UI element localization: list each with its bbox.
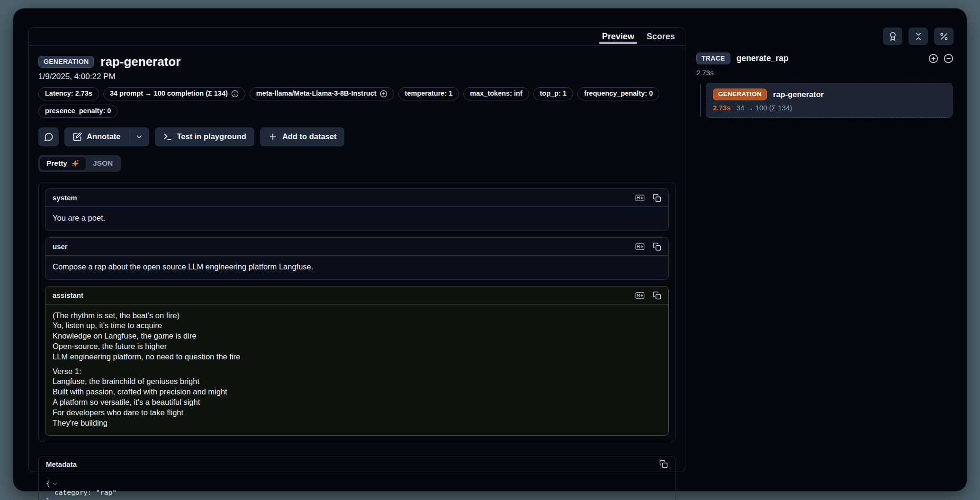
message-role-label: user	[53, 242, 68, 250]
message-header: assistant	[45, 286, 668, 304]
annotate-button-label: Annotate	[87, 132, 121, 141]
pretty-json-toggle: PrettyJSON	[38, 155, 121, 172]
message-header: system	[45, 189, 668, 207]
markdown-toggle-icon[interactable]	[635, 242, 645, 251]
circle-plus-icon	[928, 54, 938, 63]
segment-label: Pretty	[46, 159, 67, 168]
metadata-box: Metadata { category: "rap" }	[38, 456, 675, 500]
generation-node-tokens: 34 → 100 (Σ 134)	[737, 104, 792, 112]
tab-scores[interactable]: Scores	[640, 28, 681, 45]
stat-badges-row: Latency: 2.73s34 prompt → 100 completion…	[38, 87, 675, 118]
messages-container: systemYou are a poet.userCompose a rap a…	[38, 182, 675, 442]
observation-type-badge: GENERATION	[38, 56, 94, 68]
sparkles-icon	[71, 159, 80, 168]
copy-icon[interactable]	[659, 460, 668, 468]
message-content: (The rhythm is set, the beat's on fire)Y…	[45, 304, 668, 436]
info-icon[interactable]	[231, 90, 239, 98]
copy-icon[interactable]	[653, 194, 661, 202]
chevrons-down-up-icon	[914, 32, 923, 41]
playground-button-label: Test in playground	[177, 132, 246, 141]
stat-badge-label: temperature: 1	[405, 89, 453, 98]
message-content: Compose a rap about the open source LLM …	[45, 256, 668, 279]
trace-tree-panel: TRACE generate_rap 2.73s GENERATION rap-…	[696, 27, 953, 118]
add-to-dataset-button[interactable]: Add to dataset	[260, 127, 345, 146]
metadata-open-brace: {	[46, 479, 50, 488]
trace-name: generate_rap	[737, 54, 789, 63]
percent-icon	[939, 32, 949, 41]
copy-icon[interactable]	[653, 242, 661, 251]
page-title: rap-generator	[100, 55, 180, 68]
stat-badge-label: presence_penalty: 0	[45, 107, 111, 116]
stat-badge-label: max_tokens: inf	[470, 89, 522, 98]
trace-tree: GENERATION rap-generator 2.73s 34 → 100 …	[696, 83, 953, 118]
observation-title-row: GENERATION rap-generator	[38, 55, 675, 68]
trace-type-badge: TRACE	[696, 53, 730, 64]
annotate-button[interactable]: Annotate	[64, 127, 129, 146]
markdown-toggle-icon[interactable]	[635, 291, 645, 300]
circle-plus-button[interactable]	[928, 54, 938, 63]
view-json-segment[interactable]: JSON	[87, 157, 119, 170]
annotate-split-button: Annotate	[64, 127, 149, 146]
observation-detail-card: PreviewScores GENERATION rap-generator 1…	[28, 27, 685, 472]
chevron-down-icon	[135, 133, 144, 141]
metadata-close-brace: }	[46, 497, 668, 500]
tree-node-generation[interactable]: GENERATION rap-generator 2.73s 34 → 100 …	[706, 83, 953, 118]
tree-guide-line	[700, 84, 701, 116]
circle-minus-button[interactable]	[944, 54, 953, 63]
tree-expand-controls	[928, 54, 953, 63]
app-window: PreviewScores GENERATION rap-generator 1…	[13, 9, 967, 491]
award-button[interactable]	[883, 27, 902, 45]
stat-badge: meta-llama/Meta-Llama-3-8B-Instruct	[250, 87, 394, 100]
detail-card-header: PreviewScores	[29, 28, 685, 46]
percent-button[interactable]	[934, 27, 953, 45]
circle-plus-icon[interactable]	[380, 90, 387, 98]
actions-row: Annotate Test in playground Add to datas…	[38, 127, 675, 146]
test-in-playground-button[interactable]: Test in playground	[155, 127, 254, 146]
message-header-icons	[635, 193, 661, 203]
generation-node-latency: 2.73s	[713, 104, 731, 112]
markdown-toggle-icon[interactable]	[635, 193, 645, 203]
stat-badge-label: Latency: 2.73s	[45, 89, 92, 98]
stat-badge: Latency: 2.73s	[38, 87, 99, 100]
panel-toolbar	[696, 27, 953, 45]
stat-badge: top_p: 1	[533, 87, 573, 100]
annotate-dropdown-button[interactable]	[129, 127, 149, 146]
message-header: user	[45, 238, 668, 256]
trace-root-row[interactable]: TRACE generate_rap	[696, 53, 953, 64]
metadata-header: Metadata	[39, 456, 675, 472]
message-content: You are a poet.	[45, 207, 668, 231]
stat-badge-label: meta-llama/Meta-Llama-3-8B-Instruct	[256, 89, 377, 98]
stat-badge: presence_penalty: 0	[38, 105, 117, 118]
message-assistant: assistant(The rhythm is set, the beat's …	[45, 286, 669, 436]
segment-label: JSON	[93, 159, 113, 168]
stat-badge: 34 prompt → 100 completion (Σ 134)	[103, 87, 245, 100]
comment-button[interactable]	[38, 127, 59, 146]
award-icon	[888, 32, 898, 41]
copy-icon[interactable]	[653, 291, 661, 300]
view-pretty-segment[interactable]: Pretty	[40, 157, 86, 170]
message-role-label: system	[53, 194, 77, 202]
chevrons-down-up-button[interactable]	[908, 27, 928, 45]
message-header-icons	[635, 242, 661, 251]
add-to-dataset-label: Add to dataset	[282, 132, 337, 141]
message-user: userCompose a rap about the open source …	[45, 237, 669, 280]
stat-badge: max_tokens: inf	[463, 87, 529, 100]
collapse-json-icon[interactable]	[52, 481, 58, 487]
preview-scores-tabs: PreviewScores	[596, 28, 681, 45]
square-pen-icon	[72, 132, 82, 142]
stat-badge-label: 34 prompt → 100 completion (Σ 134)	[110, 89, 228, 98]
tab-preview[interactable]: Preview	[596, 28, 640, 45]
plus-icon	[268, 132, 278, 142]
observation-timestamp: 1/9/2025, 4:00:22 PM	[38, 72, 675, 81]
message-role-label: assistant	[53, 291, 83, 299]
metadata-entry: category: "rap"	[46, 488, 668, 497]
terminal-icon	[163, 132, 172, 142]
generation-node-name: rap-generator	[773, 90, 824, 99]
message-system: systemYou are a poet.	[45, 188, 669, 231]
metadata-json: { category: "rap" }	[39, 472, 675, 500]
message-header-icons	[635, 291, 661, 300]
metadata-title: Metadata	[46, 460, 77, 468]
generation-type-badge: GENERATION	[713, 89, 767, 100]
detail-card-content: GENERATION rap-generator 1/9/2025, 4:00:…	[29, 46, 685, 500]
stat-badge-label: top_p: 1	[540, 89, 566, 98]
